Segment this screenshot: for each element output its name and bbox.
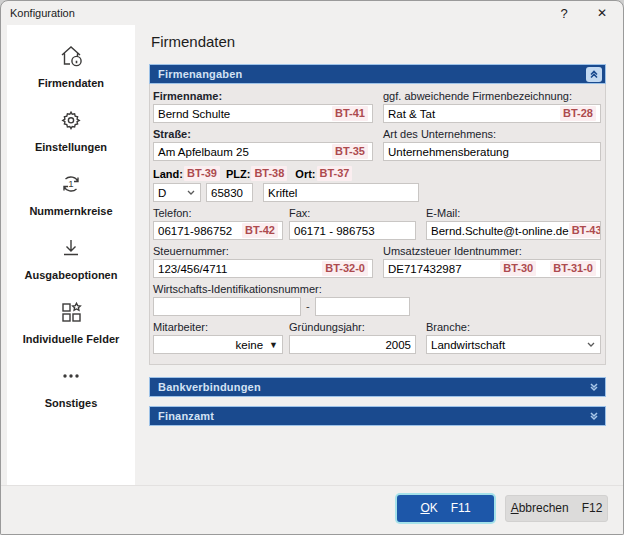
bt-badge: BT-32-0 (322, 261, 368, 276)
section-firmenangaben: Firmenangaben Firmenname: Bernd Schulte … (149, 64, 606, 365)
strasse-label: Straße: (153, 128, 191, 140)
bt-badge: BT-39 (184, 166, 220, 181)
steuernummer-input[interactable]: 123/456/4711 BT-32-0 (153, 259, 373, 278)
main-panel: Firmendaten Firmenangaben Firmenname: (135, 25, 623, 485)
sidebar-item-ausgabeoptionen[interactable]: Ausgabeoptionen (7, 234, 135, 281)
custom-fields-icon (57, 298, 85, 326)
dropdown-triangle-icon: ▼ (269, 340, 278, 350)
wirtschafts-id-input-2[interactable] (315, 297, 410, 316)
bt-badge: BT-28 (560, 106, 596, 121)
download-icon (57, 234, 85, 262)
sidebar-item-nummernkreise[interactable]: 1 Nummernkreise (7, 170, 135, 217)
telefon-label: Telefon: (153, 207, 283, 219)
bt-badge: BT-30 (500, 261, 536, 276)
page-title: Firmendaten (151, 33, 606, 50)
bt-badge: BT-35 (332, 144, 368, 159)
art-unternehmens-label: Art des Unternehmens: (383, 128, 601, 140)
ust-identnummer-label: Umsatzsteuer Identnummer: (383, 245, 601, 257)
email-label: E-Mail: (426, 207, 601, 219)
wirtschafts-id-label: Wirtschafts-Identifikationsnummer: (153, 283, 601, 295)
fax-label: Fax: (289, 207, 416, 219)
sidebar-item-firmendaten[interactable]: Firmendaten (7, 42, 135, 89)
wirtschafts-id-input-1[interactable] (153, 297, 301, 316)
plz-input[interactable]: 65830 (206, 183, 253, 202)
bt-badge: BT-42 (242, 223, 278, 238)
sidebar: Firmendaten Einstellungen 1 (7, 25, 135, 485)
help-button[interactable]: ? (545, 1, 583, 25)
strasse-input[interactable]: Am Apfelbaum 25 BT-35 (153, 142, 373, 161)
sidebar-item-individuelle-felder[interactable]: Individuelle Felder (7, 298, 135, 345)
sidebar-item-einstellungen[interactable]: Einstellungen (7, 106, 135, 153)
firmenangaben-header[interactable]: Firmenangaben (149, 64, 606, 84)
bt-badge: BT-37 (317, 166, 353, 181)
ust-identnummer-input[interactable]: DE717432987 BT-30 BT-31-0 (383, 259, 601, 278)
close-icon: ✕ (597, 6, 607, 20)
window-title: Konfiguration (10, 7, 545, 19)
plz-label: PLZ: (226, 168, 250, 180)
cancel-button[interactable]: Abbrechen F12 (505, 495, 608, 522)
bt-badge: BT-31-0 (550, 261, 596, 276)
ok-button[interactable]: OK F11 (397, 495, 494, 522)
branche-label: Branche: (426, 321, 601, 333)
email-input[interactable]: Bernd.Schulte@t-online.de BT-43 (426, 221, 601, 240)
abw-bezeichnung-input[interactable]: Rat & Tat BT-28 (383, 104, 601, 123)
sidebar-item-sonstiges[interactable]: Sonstiges (7, 362, 135, 409)
config-dialog: Konfiguration ? ✕ Firmendaten (0, 0, 624, 535)
bankverbindungen-header[interactable]: Bankverbindungen (149, 377, 606, 397)
land-select[interactable]: D (153, 183, 201, 202)
mitarbeiter-label: Mitarbeiter: (153, 321, 283, 333)
number-cycle-icon: 1 (57, 170, 85, 198)
mitarbeiter-select[interactable]: keine ▼ (153, 335, 283, 354)
svg-text:1: 1 (68, 178, 73, 189)
home-info-icon (57, 42, 85, 70)
steuernummer-label: Steuernummer: (153, 245, 373, 257)
ellipsis-icon (57, 362, 85, 390)
firmenname-input[interactable]: Bernd Schulte BT-41 (153, 104, 373, 123)
abw-bezeichnung-label: ggf. abweichende Firmenbezeichnung: (383, 90, 601, 102)
wirtschafts-id-separator: - (306, 300, 310, 312)
titlebar: Konfiguration ? ✕ (1, 1, 623, 25)
gruendungsjahr-label: Gründungsjahr: (289, 321, 416, 333)
gear-icon (57, 106, 85, 134)
bt-badge: BT-38 (251, 166, 287, 181)
land-label: Land: (153, 168, 183, 180)
gruendungsjahr-input[interactable]: 2005 (289, 335, 416, 354)
ort-label: Ort: (295, 168, 315, 180)
bt-badge: BT-41 (332, 106, 368, 121)
expand-chevron-icon[interactable] (586, 380, 602, 395)
bt-badge: BT-43 (569, 223, 601, 238)
firmenname-label: Firmenname: (153, 90, 222, 102)
finanzamt-header[interactable]: Finanzamt (149, 406, 606, 426)
chevron-down-icon (186, 188, 196, 197)
help-icon: ? (560, 6, 567, 21)
footer-bar: OK F11 Abbrechen F12 (1, 485, 623, 534)
art-unternehmens-input[interactable]: Unternehmensberatung (383, 142, 601, 161)
collapse-chevron-icon[interactable] (586, 67, 602, 82)
ort-input[interactable]: Kriftel (263, 183, 419, 202)
expand-chevron-icon[interactable] (586, 409, 602, 424)
close-button[interactable]: ✕ (583, 1, 621, 25)
branche-select[interactable]: Landwirtschaft (426, 335, 601, 354)
fax-input[interactable]: 06171 - 986753 (289, 221, 416, 240)
chevron-down-icon (586, 340, 596, 349)
telefon-input[interactable]: 06171-986752 BT-42 (153, 221, 283, 240)
firmenangaben-body: Firmenname: Bernd Schulte BT-41 ggf. abw… (149, 84, 606, 365)
